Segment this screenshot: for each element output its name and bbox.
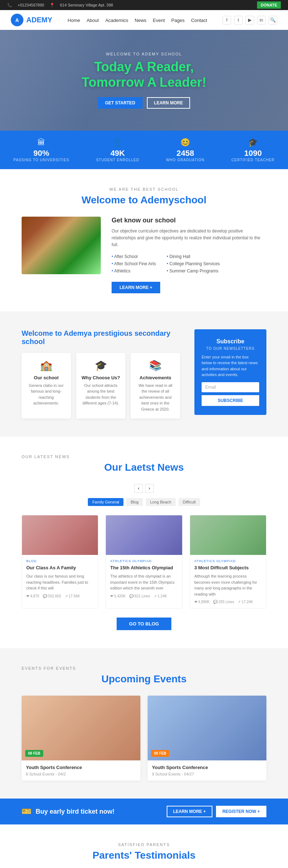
nav-home[interactable]: Home bbox=[68, 18, 80, 23]
stat-label-2: WHO GRADUATION bbox=[166, 158, 204, 162]
phone-icon: 📞 bbox=[7, 3, 12, 8]
event-card-0: 08 FEB Youth Sports Conference 8 School … bbox=[22, 696, 140, 781]
subscribe-text: Enter your email in the box below to rec… bbox=[202, 354, 259, 378]
card-text-0: Genera clabo in our famous and long-reac… bbox=[27, 383, 66, 406]
welcome-title: Welcome to Ademyschool bbox=[22, 194, 266, 206]
nav-about[interactable]: About bbox=[86, 18, 99, 23]
secondary-title: Welcome to Ademya prestigious secondary … bbox=[22, 329, 180, 346]
welcome-learn-more[interactable]: LEARN MORE + bbox=[112, 282, 160, 293]
nav-pages[interactable]: Pages bbox=[171, 18, 185, 23]
register-now-button[interactable]: REGISTER NOW + bbox=[216, 806, 266, 817]
stat-teachers: 🎓 1090 CERTIFIED TEACHER bbox=[231, 138, 275, 162]
twitter-icon[interactable]: t bbox=[234, 16, 243, 24]
news-label: OUR LATEST NEWS bbox=[22, 455, 266, 459]
stat-value-1: 49K bbox=[96, 149, 139, 158]
hero-section: WELCOME TO ADEMY SCHOOL Today A Reader, … bbox=[0, 30, 288, 131]
news-title-2: 3 Most Difficult Subjects bbox=[194, 565, 262, 571]
secondary-left: Welcome to Ademya prestigious secondary … bbox=[22, 329, 180, 419]
subscribe-box: Subscribe TO OUR NEWSLETTERS Enter your … bbox=[194, 329, 266, 415]
nav-contact[interactable]: Contact bbox=[191, 18, 207, 23]
top-bar: 📞 +01234567890 📍 614 Seminary Village Ap… bbox=[0, 0, 288, 10]
stat-icon-1: 👤 bbox=[96, 138, 139, 147]
brand: A ADEMY bbox=[11, 14, 52, 26]
subscribe-email-input[interactable] bbox=[202, 382, 259, 392]
ticket-buttons: LEARN MORE + REGISTER NOW + bbox=[167, 806, 266, 817]
event-img-1: 09 FEB bbox=[148, 696, 266, 760]
news-card-0: BLOG Our Class As A Family Our class is … bbox=[22, 515, 98, 609]
news-img-2 bbox=[190, 515, 266, 555]
card-achievements: 📚 Achievements We have read in all the r… bbox=[131, 353, 180, 419]
stat-graduation: 😊 2458 WHO GRADUATION bbox=[166, 138, 204, 162]
news-img-0 bbox=[22, 515, 98, 555]
prev-arrow[interactable]: ‹ bbox=[134, 484, 143, 493]
news-excerpt-1: The athletics of this olympiad is an imp… bbox=[110, 573, 177, 591]
testimonials-section: SATISFIED PARENTS Parents' Testimonials … bbox=[0, 824, 288, 868]
events-section: EVENTS FOR EVENTS Upcoming Events 08 FEB… bbox=[0, 648, 288, 799]
stat-students: 👤 49K STUDENT ENROLLED bbox=[96, 138, 139, 162]
brand-name: ADEMY bbox=[26, 16, 52, 24]
hero-subtitle: WELCOME TO ADEMY SCHOOL bbox=[82, 52, 207, 56]
navbar: A ADEMY Home About Academics News Event … bbox=[0, 10, 288, 30]
ticket-banner: 🎫 Buy early bird ticket now! LEARN MORE … bbox=[0, 799, 288, 824]
stat-icon-0: 🏛 bbox=[13, 138, 69, 147]
card-title-2: Achievements bbox=[136, 375, 175, 380]
card-icon-2: 📚 bbox=[136, 360, 175, 371]
learn-more-button[interactable]: LEARN MORE bbox=[147, 97, 190, 109]
go-to-blog-button[interactable]: GO TO BLOG bbox=[117, 618, 172, 630]
stat-label-3: CERTIFIED TEACHER bbox=[231, 158, 275, 162]
subscribe-label: TO OUR NEWSLETTERS bbox=[202, 347, 259, 351]
stat-icon-3: 🎓 bbox=[231, 138, 275, 147]
stat-value-2: 2458 bbox=[166, 149, 204, 158]
card-icon-1: 🎓 bbox=[81, 360, 121, 371]
news-comments-0: 💬 502,665 bbox=[43, 594, 61, 598]
stat-value-3: 1090 bbox=[231, 149, 275, 158]
school-photo bbox=[22, 217, 101, 274]
news-card-1: ATHLETICS OLYMPIAD The 15th Athletics Ol… bbox=[105, 515, 182, 609]
nav-news[interactable]: News bbox=[135, 18, 147, 23]
news-title-0: Our Class As A Family bbox=[26, 565, 94, 571]
news-card-2: ATHLETICS OLYMPIAD 3 Most Difficult Subj… bbox=[190, 515, 266, 609]
welcome-image bbox=[22, 217, 101, 293]
search-icon[interactable]: 🔍 bbox=[269, 16, 277, 24]
logo-icon: A bbox=[11, 14, 23, 26]
subscribe-button[interactable]: SUBSCRIBE bbox=[202, 395, 259, 406]
stat-icon-2: 😊 bbox=[166, 138, 204, 147]
card-choose: 🎓 Why Choose Us? Our school attracts amo… bbox=[76, 353, 126, 419]
welcome-text: Get know our school Our objective curric… bbox=[112, 217, 266, 293]
stat-label-1: STUDENT ENROLLED bbox=[96, 158, 139, 162]
news-img-1 bbox=[106, 515, 182, 555]
card-title-0: Our school bbox=[27, 375, 66, 380]
secondary-section: Welcome to Ademya prestigious secondary … bbox=[0, 311, 288, 437]
location-icon: 📍 bbox=[50, 3, 55, 8]
hero-content: WELCOME TO ADEMY SCHOOL Today A Reader, … bbox=[82, 52, 207, 109]
card-title-1: Why Choose Us? bbox=[81, 375, 121, 380]
news-comments-1: 💬 821 Lines bbox=[129, 594, 150, 598]
filter-blog[interactable]: Blog bbox=[126, 498, 143, 506]
stat-label-0: PASSING TO UNIVERSITIES bbox=[13, 158, 69, 162]
hero-buttons: GET STARTED LEARN MORE bbox=[82, 97, 207, 109]
news-tag-0: BLOG bbox=[26, 559, 94, 563]
event-badge-1: 09 FEB bbox=[151, 750, 169, 757]
stat-passing: 🏛 90% PASSING TO UNIVERSITIES bbox=[13, 138, 69, 162]
filter-family[interactable]: Family General bbox=[88, 498, 123, 506]
secondary-grid: Welcome to Ademya prestigious secondary … bbox=[22, 329, 266, 419]
feature-cards: 🏫 Our school Genera clabo in our famous … bbox=[22, 353, 180, 419]
filter-longbeach[interactable]: Long Beach bbox=[146, 498, 176, 506]
news-likes-2: ❤ 4,990K bbox=[194, 600, 210, 604]
nav-event[interactable]: Event bbox=[153, 18, 165, 23]
news-shares-0: ↗ 17.56K bbox=[65, 594, 80, 598]
facebook-icon[interactable]: f bbox=[222, 16, 231, 24]
youtube-icon[interactable]: ▶ bbox=[246, 16, 254, 24]
get-started-button[interactable]: GET STARTED bbox=[98, 97, 143, 109]
filter-difficult[interactable]: Difficult bbox=[179, 498, 200, 506]
learn-more-ticket-button[interactable]: LEARN MORE + bbox=[167, 806, 212, 817]
event-img-0: 08 FEB bbox=[22, 696, 140, 760]
donate-button[interactable]: DONATE bbox=[257, 1, 281, 9]
news-excerpt-2: Although the learning process becomes ev… bbox=[194, 573, 262, 597]
nav-academics[interactable]: Academics bbox=[105, 18, 128, 23]
event-date-0: 8 School Events - 04/2 bbox=[26, 772, 136, 776]
instagram-icon[interactable]: in bbox=[257, 16, 266, 24]
next-arrow[interactable]: › bbox=[145, 484, 154, 493]
welcome-description: Our objective curriculum objectives are … bbox=[112, 228, 266, 249]
event-title-1: Youth Sports Conference bbox=[152, 765, 262, 770]
